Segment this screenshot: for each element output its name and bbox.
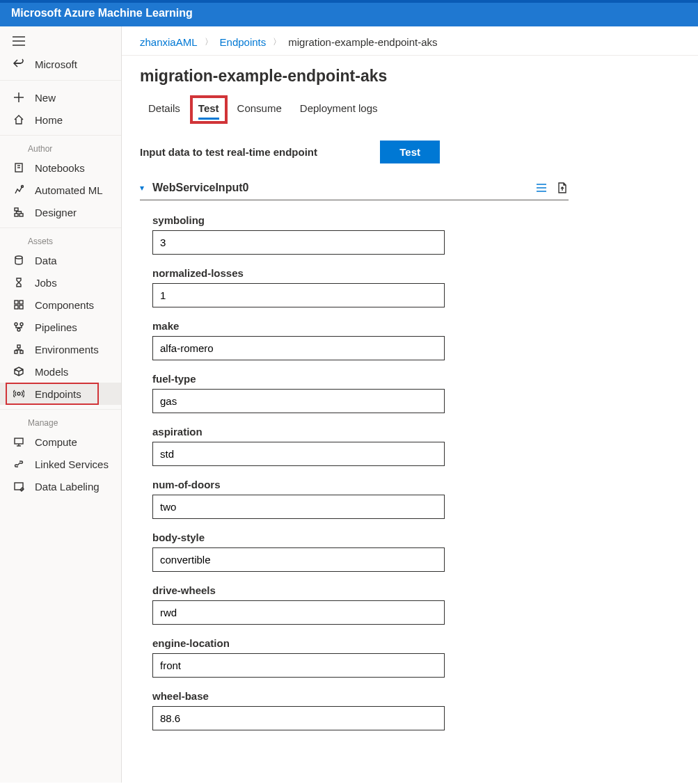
sidebar-item-label: Compute (35, 436, 77, 448)
sidebar-item-labeling[interactable]: Data Labeling (0, 475, 121, 497)
environments-icon (13, 343, 25, 355)
field-input-body-style[interactable] (152, 547, 445, 572)
sidebar-item-label: Models (35, 366, 68, 378)
sidebar-item-models[interactable]: Models (0, 360, 121, 383)
test-header: Input data to test real-time endpoint Te… (122, 121, 698, 169)
sidebar-item-label: Endpoints (35, 388, 81, 400)
field-label: drive-wheels (152, 584, 569, 600)
breadcrumb-link[interactable]: Endpoints (220, 36, 267, 48)
field-label: fuel-type (152, 373, 569, 389)
svg-rect-24 (15, 438, 23, 444)
tab-details[interactable]: Details (147, 98, 182, 121)
sidebar-item-label: Automated ML (35, 184, 103, 196)
field-num-of-doors: num-of-doors (140, 479, 569, 531)
svg-rect-16 (19, 305, 23, 309)
list-view-icon[interactable] (535, 182, 548, 194)
sidebar-item-environments[interactable]: Environments (0, 338, 121, 360)
tab-consume[interactable]: Consume (236, 98, 283, 121)
compute-icon (13, 435, 25, 448)
input-group-header[interactable]: ▾ WebServiceInput0 (140, 177, 569, 200)
test-button[interactable]: Test (380, 141, 440, 163)
page-title: migration-example-endpoint-aks (122, 56, 698, 91)
field-input-drive-wheels[interactable] (152, 600, 445, 625)
sidebar-item-pipelines[interactable]: Pipelines (0, 316, 121, 338)
sidebar-item-endpoints[interactable]: Endpoints (0, 383, 121, 405)
sidebar-section-assets: Assets (0, 227, 121, 249)
sidebar-item-label: Environments (35, 344, 99, 355)
field-input-make[interactable] (152, 336, 445, 360)
file-upload-icon[interactable] (556, 182, 569, 194)
test-header-label: Input data to test real-time endpoint (140, 146, 317, 158)
sidebar-item-home[interactable]: Home (0, 109, 121, 131)
field-input-aspiration[interactable] (152, 442, 445, 466)
svg-point-17 (15, 323, 17, 326)
svg-point-12 (15, 256, 22, 259)
sidebar-item-label: Home (35, 114, 63, 126)
sidebar-item-designer[interactable]: Designer (0, 201, 121, 223)
svg-rect-15 (15, 305, 18, 309)
workspace-selector[interactable]: Microsoft (0, 53, 121, 81)
field-label: wheel-base (152, 690, 569, 706)
field-drive-wheels: drive-wheels (140, 584, 569, 637)
hamburger-button[interactable] (0, 36, 121, 53)
field-label: body-style (152, 531, 569, 547)
chevron-right-icon: 〉 (273, 36, 281, 48)
field-input-engine-location[interactable] (152, 653, 445, 678)
tab-test[interactable]: Test (197, 98, 221, 121)
sidebar-item-linked[interactable]: Linked Services (0, 453, 121, 475)
tab-logs[interactable]: Deployment logs (299, 98, 379, 121)
svg-rect-20 (17, 345, 20, 348)
sidebar-item-data[interactable]: Data (0, 249, 121, 271)
field-input-symboling[interactable] (152, 230, 445, 255)
field-wheel-base: wheel-base (140, 690, 569, 743)
svg-rect-13 (15, 301, 18, 304)
svg-rect-9 (15, 208, 18, 211)
field-label: num-of-doors (152, 479, 569, 495)
product-name: Microsoft Azure Machine Learning (11, 7, 193, 19)
input-group-title: WebServiceInput0 (152, 182, 527, 194)
sidebar-item-label: Pipelines (35, 321, 77, 333)
sidebar: Microsoft New Home Author Notebooks Auto… (0, 26, 122, 783)
field-input-num-of-doors[interactable] (152, 495, 445, 519)
field-aspiration: aspiration (140, 426, 569, 479)
field-label: normalized-losses (152, 267, 569, 283)
automl-icon (13, 184, 25, 196)
chevron-right-icon: 〉 (205, 36, 213, 48)
field-label: make (152, 320, 569, 336)
sidebar-item-compute[interactable]: Compute (0, 431, 121, 453)
sidebar-item-label: Linked Services (35, 458, 109, 470)
field-label: symboling (152, 214, 569, 230)
data-icon (13, 254, 25, 266)
sidebar-item-new[interactable]: New (0, 86, 121, 109)
field-normalized-losses: normalized-losses (140, 267, 569, 320)
sidebar-item-label: Jobs (35, 277, 57, 289)
main-content: zhanxiaAML 〉 Endpoints 〉 migration-examp… (122, 26, 698, 783)
chevron-down-icon: ▾ (140, 183, 144, 193)
svg-rect-11 (15, 214, 18, 216)
back-arrow-icon (13, 58, 25, 70)
sidebar-item-label: Designer (35, 207, 77, 218)
sidebar-item-components[interactable]: Components (0, 294, 121, 316)
field-fuel-type: fuel-type (140, 373, 569, 426)
svg-rect-21 (15, 351, 17, 353)
sidebar-item-notebooks[interactable]: Notebooks (0, 157, 121, 179)
sidebar-item-jobs[interactable]: Jobs (0, 271, 121, 294)
breadcrumb-link[interactable]: zhanxiaAML (140, 36, 198, 48)
tabs: Details Test Consume Deployment logs (122, 91, 698, 121)
svg-point-19 (17, 328, 20, 331)
designer-icon (13, 206, 25, 218)
field-label: engine-location (152, 637, 569, 653)
svg-rect-22 (20, 351, 23, 353)
labeling-icon (13, 480, 25, 493)
components-icon (13, 298, 25, 311)
field-input-normalized-losses[interactable] (152, 283, 445, 307)
plus-icon (13, 91, 25, 104)
field-input-fuel-type[interactable] (152, 389, 445, 413)
pipelines-icon (13, 321, 25, 333)
product-banner: Microsoft Azure Machine Learning (0, 0, 698, 26)
svg-rect-10 (19, 214, 23, 216)
sidebar-item-automl[interactable]: Automated ML (0, 179, 121, 201)
jobs-icon (13, 276, 25, 289)
field-input-wheel-base[interactable] (152, 706, 445, 730)
home-icon (13, 113, 25, 126)
